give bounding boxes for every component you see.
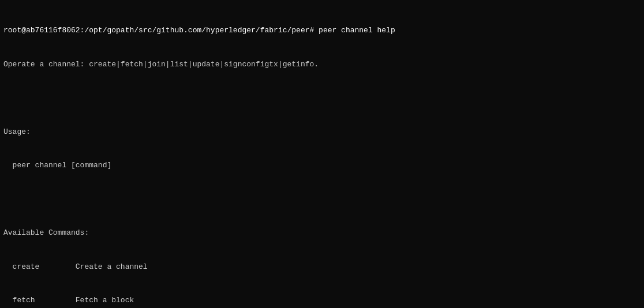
blank-line-2 [3,194,641,205]
usage-header: Usage: [3,126,641,138]
output-line-1: Operate a channel: create|fetch|join|lis… [3,59,641,70]
usage-command: peer channel [command] [3,160,641,171]
available-commands-header: Available Commands: [3,227,641,239]
cmd-fetch: fetch Fetch a block [3,295,641,306]
terminal-window: root@ab76116f8062:/opt/gopath/src/github… [3,2,641,306]
blank-line-1 [3,92,641,104]
cmd-create: create Create a channel [3,261,641,273]
prompt-line: root@ab76116f8062:/opt/gopath/src/github… [3,25,641,36]
